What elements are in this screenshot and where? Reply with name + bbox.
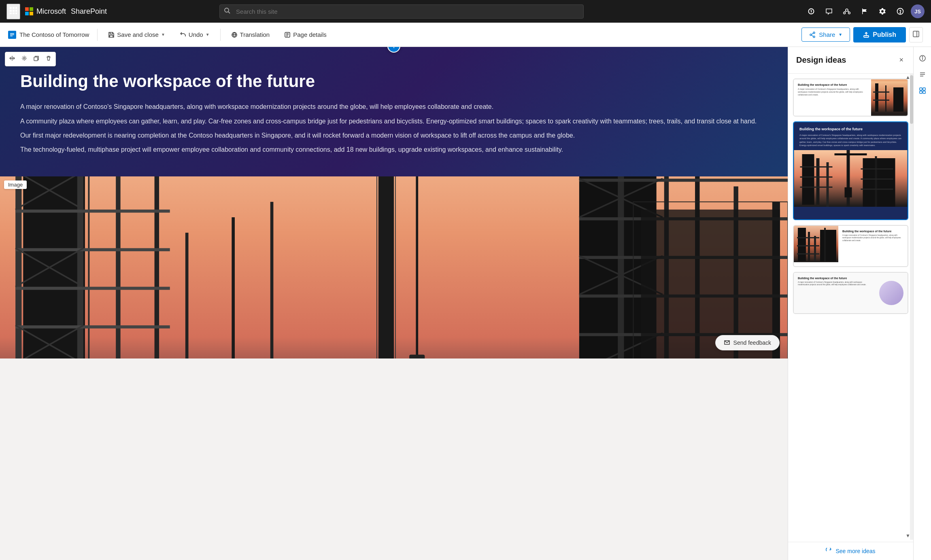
nav-chat-button[interactable] [822,4,836,19]
svg-rect-100 [873,100,889,101]
right-sidebar-design-button[interactable] [915,83,930,98]
microsoft-logo-text: Microsoft [36,7,66,16]
editor-area[interactable]: + Building the worksp [0,47,788,560]
svg-rect-115 [861,168,893,170]
nav-flag-button[interactable] [857,4,872,19]
design-card-3-image [794,226,838,266]
block-duplicate-button[interactable] [31,54,42,64]
page-details-button[interactable]: Page details [278,28,332,41]
main-area: + Building the worksp [0,47,931,560]
svg-rect-117 [861,189,893,190]
send-feedback-label: Send feedback [733,339,771,346]
design-card-4-body: A major renovation of Contoso's Singapor… [798,281,871,286]
design-card-4[interactable]: Building the workspace of the future A m… [793,272,908,314]
toolbar-divider-1 [97,29,98,41]
design-card-3-title: Building the workspace of the future [842,230,903,233]
user-avatar[interactable]: JS [911,4,925,18]
design-card-2[interactable]: Building the workspace of the future A m… [793,121,908,220]
design-card-3[interactable]: Building the workspace of the future A m… [793,225,908,267]
svg-rect-99 [873,91,889,93]
svg-rect-0 [10,7,12,9]
svg-rect-125 [820,230,836,261]
svg-point-35 [23,57,25,59]
construction-image [0,176,788,358]
svg-rect-45 [155,176,159,358]
toolbar: The Contoso of Tomorrow Save and close ▼… [0,23,931,47]
svg-line-30 [812,33,813,34]
page-title: The Contoso of Tomorrow [19,31,89,38]
save-close-button[interactable]: Save and close ▼ [102,28,170,41]
svg-rect-90 [270,202,274,358]
svg-rect-105 [827,162,829,207]
block-delete-button[interactable] [43,54,54,64]
svg-rect-60 [378,176,394,358]
see-more-ideas-button[interactable]: See more ideas [788,542,913,560]
share-button[interactable]: Share ▼ [801,28,850,42]
design-panel-close-button[interactable]: × [897,54,905,66]
svg-rect-75 [579,179,788,182]
svg-rect-116 [861,178,893,180]
send-feedback-button[interactable]: Send feedback [715,335,780,350]
app-launcher-button[interactable] [6,4,20,19]
svg-rect-101 [893,87,903,112]
app-name-label: SharePoint [71,7,107,16]
svg-line-14 [844,11,846,12]
nav-social-button[interactable] [840,4,854,19]
design-card-1[interactable]: Building the workspace of the future A m… [793,78,908,117]
nav-question-button[interactable] [893,4,908,19]
publish-label: Publish [873,31,896,38]
svg-rect-32 [864,36,869,37]
design-ideas-panel: Design ideas × Building the workspace of… [788,47,913,560]
svg-line-15 [848,11,849,12]
svg-rect-43 [77,176,83,358]
svg-point-17 [900,13,901,13]
svg-point-9 [225,8,229,12]
right-sidebar-info-button[interactable] [915,51,930,66]
panel-scrollbar[interactable] [910,73,913,540]
collapse-panel-button[interactable] [909,27,923,42]
block-settings-button[interactable] [19,54,30,64]
design-panel-header: Design ideas × [788,47,913,74]
design-card-2-body: A major renovation of Contoso's Singapor… [799,134,902,147]
design-card-1-inner: Building the workspace of the future A m… [794,79,908,116]
page-details-label: Page details [293,31,327,38]
svg-rect-36 [34,57,38,61]
design-card-2-header: Building the workspace of the future A m… [794,122,908,150]
block-move-button[interactable] [7,54,17,64]
svg-point-129 [922,57,923,57]
svg-rect-7 [13,13,15,14]
hero-para-1: A major renovation of Contoso's Singapor… [20,101,767,112]
nav-settings-button[interactable] [875,4,890,19]
nav-help-portal-button[interactable] [804,4,818,19]
search-icon [224,8,230,15]
image-label-badge: Image [4,180,27,189]
translation-button[interactable]: Translation [225,28,276,41]
share-chevron: ▼ [838,32,842,37]
right-sidebar-align-button[interactable] [915,67,930,82]
design-ideas-list[interactable]: Building the workspace of the future A m… [788,74,913,542]
undo-button[interactable]: Undo ▼ [174,28,215,41]
design-card-4-title: Building the workspace of the future [798,277,871,280]
svg-rect-121 [814,236,816,261]
hero-para-3: Our first major redevelopment is nearing… [20,130,767,141]
svg-rect-89 [232,217,235,358]
top-navigation: Microsoft SharePoint JS [0,0,931,23]
design-card-4-text: Building the workspace of the future A m… [794,273,875,313]
hero-para-4: The technology-fueled, multiphase projec… [20,144,767,155]
svg-rect-3 [10,10,12,12]
nav-actions: JS [804,4,925,19]
search-input[interactable] [219,4,584,19]
svg-point-28 [810,34,812,36]
svg-rect-110 [835,153,867,155]
design-card-3-body: A major renovation of Contoso's Singapor… [842,234,903,242]
svg-rect-97 [875,83,878,112]
svg-rect-48 [15,248,170,251]
editor-content: Building the workspace of the future A m… [0,47,788,358]
design-card-4-decoration [875,273,908,313]
hero-para-2: A community plaza where employees can ga… [20,116,767,127]
microsoft-logo[interactable]: Microsoft SharePoint [25,7,107,16]
share-label: Share [819,31,835,38]
svg-rect-134 [923,88,925,90]
svg-rect-126 [824,228,826,261]
publish-button[interactable]: Publish [853,27,906,42]
